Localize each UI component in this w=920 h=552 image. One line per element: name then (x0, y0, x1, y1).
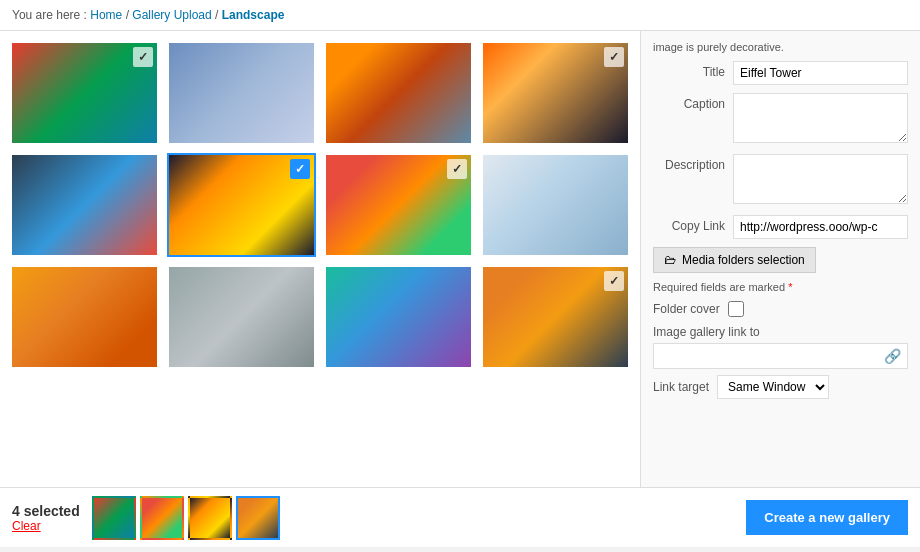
title-input[interactable] (733, 61, 908, 85)
you-are-here: You are here : (12, 8, 90, 22)
selected-thumb[interactable] (188, 496, 232, 540)
link-target-select[interactable]: Same Window New Window (717, 375, 829, 399)
create-gallery-button[interactable]: Create a new gallery (746, 500, 908, 535)
right-panel: image is purely decorative. Title Captio… (640, 31, 920, 487)
gallery-item[interactable]: ✓ (481, 265, 630, 369)
folder-icon: 🗁 (664, 253, 676, 267)
breadcrumb: You are here : Home / Gallery Upload / L… (0, 0, 920, 31)
gallery-link-row: Image gallery link to 🔗 (653, 325, 908, 369)
gallery-link-input[interactable] (654, 345, 878, 367)
folder-cover-row: Folder cover (653, 301, 908, 317)
media-folders-button[interactable]: 🗁 Media folders selection (653, 247, 816, 273)
breadcrumb-sep2: / (215, 8, 222, 22)
title-input-wrapper (733, 61, 908, 85)
description-input-wrapper (733, 154, 908, 207)
caption-textarea[interactable] (733, 93, 908, 143)
caption-row: Caption (653, 93, 908, 146)
caption-input-wrapper (733, 93, 908, 146)
gallery-link-input-wrap: 🔗 (653, 343, 908, 369)
checkmark-white-icon: ✓ (604, 47, 624, 67)
link-target-row: Link target Same Window New Window (653, 375, 908, 399)
main-wrapper: ✓✓✓✓✓ image is purely decorative. Title … (0, 31, 920, 487)
description-textarea[interactable] (733, 154, 908, 204)
media-folders-label: Media folders selection (682, 253, 805, 267)
folder-cover-checkbox[interactable] (728, 301, 744, 317)
clear-link[interactable]: Clear (12, 519, 80, 533)
gallery-item[interactable] (324, 265, 473, 369)
copy-link-input[interactable] (733, 215, 908, 239)
gallery-item[interactable]: ✓ (10, 41, 159, 145)
gallery-item[interactable]: ✓ (324, 153, 473, 257)
gallery-image (326, 43, 471, 143)
gallery-image (12, 267, 157, 367)
selected-thumb[interactable] (140, 496, 184, 540)
copy-link-label: Copy Link (653, 215, 733, 233)
decorative-note: image is purely decorative. (653, 41, 908, 53)
title-row: Title (653, 61, 908, 85)
breadcrumb-current: Landscape (222, 8, 285, 22)
gallery-item[interactable]: ✓ (167, 153, 316, 257)
breadcrumb-gallery-upload[interactable]: Gallery Upload (132, 8, 211, 22)
gallery-area: ✓✓✓✓✓ (0, 31, 640, 487)
title-label: Title (653, 61, 733, 79)
gallery-item[interactable]: ✓ (481, 41, 630, 145)
gallery-item[interactable] (167, 265, 316, 369)
gallery-grid: ✓✓✓✓✓ (10, 41, 630, 369)
gallery-item[interactable] (10, 153, 159, 257)
gallery-item[interactable] (481, 153, 630, 257)
gallery-image (169, 43, 314, 143)
description-label: Description (653, 154, 733, 172)
checkmark-white-icon: ✓ (447, 159, 467, 179)
gallery-item[interactable] (10, 265, 159, 369)
selected-count: 4 selected (12, 503, 80, 519)
checkmark-white-icon: ✓ (604, 271, 624, 291)
gallery-item[interactable] (167, 41, 316, 145)
gallery-item[interactable] (324, 41, 473, 145)
gallery-image (483, 155, 628, 255)
gallery-image (326, 267, 471, 367)
breadcrumb-home[interactable]: Home (90, 8, 122, 22)
copy-link-input-wrapper (733, 215, 908, 239)
required-star: * (788, 281, 792, 293)
bottom-bar: 4 selected Clear Create a new gallery (0, 487, 920, 547)
caption-label: Caption (653, 93, 733, 111)
selected-info: 4 selected Clear (12, 503, 80, 533)
gallery-image (12, 155, 157, 255)
checkmark-white-icon: ✓ (133, 47, 153, 67)
required-note: Required fields are marked * (653, 281, 908, 293)
gallery-link-label: Image gallery link to (653, 325, 908, 339)
selected-thumbs (92, 496, 280, 540)
gallery-image (169, 267, 314, 367)
description-row: Description (653, 154, 908, 207)
folder-cover-label: Folder cover (653, 302, 720, 316)
link-icon[interactable]: 🔗 (878, 344, 907, 368)
copy-link-row: Copy Link (653, 215, 908, 239)
selected-thumb[interactable] (236, 496, 280, 540)
selected-thumb[interactable] (92, 496, 136, 540)
checkmark-icon: ✓ (290, 159, 310, 179)
link-target-label: Link target (653, 380, 709, 394)
